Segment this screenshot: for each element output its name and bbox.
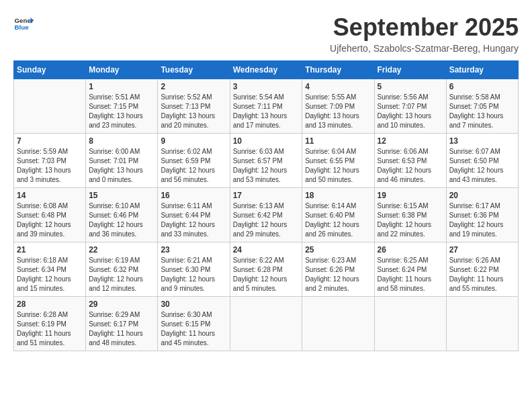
day-number: 18	[305, 191, 371, 200]
day-number: 26	[378, 245, 443, 255]
day-info: Sunrise: 5:51 AM Sunset: 7:15 PM Dayligh…	[89, 93, 154, 130]
day-info: Sunrise: 6:14 AM Sunset: 6:40 PM Dayligh…	[305, 201, 371, 239]
day-number: 3	[233, 82, 300, 91]
col-header-monday: Monday	[86, 61, 158, 79]
day-cell: 10Sunrise: 6:03 AM Sunset: 6:57 PM Dayli…	[230, 134, 302, 188]
day-cell: 1Sunrise: 5:51 AM Sunset: 7:15 PM Daylig…	[86, 79, 158, 134]
day-number: 1	[89, 82, 154, 91]
day-info: Sunrise: 5:59 AM Sunset: 7:03 PM Dayligh…	[17, 147, 83, 185]
day-info: Sunrise: 6:26 AM Sunset: 6:22 PM Dayligh…	[449, 256, 515, 293]
day-number: 27	[449, 245, 515, 255]
day-cell: 24Sunrise: 6:22 AM Sunset: 6:28 PM Dayli…	[230, 242, 302, 297]
day-cell	[446, 297, 518, 351]
week-row-5: 28Sunrise: 6:28 AM Sunset: 6:19 PM Dayli…	[14, 297, 519, 351]
day-number: 25	[305, 245, 371, 255]
day-cell: 5Sunrise: 5:56 AM Sunset: 7:07 PM Daylig…	[374, 79, 446, 134]
col-header-thursday: Thursday	[302, 61, 374, 79]
day-info: Sunrise: 6:17 AM Sunset: 6:36 PM Dayligh…	[449, 201, 515, 239]
day-info: Sunrise: 6:08 AM Sunset: 6:48 PM Dayligh…	[17, 201, 83, 239]
day-info: Sunrise: 6:00 AM Sunset: 7:01 PM Dayligh…	[89, 147, 154, 185]
logo: General Blue	[13, 13, 34, 34]
day-info: Sunrise: 5:55 AM Sunset: 7:09 PM Dayligh…	[305, 93, 371, 130]
location-title: Ujfeherto, Szabolcs-Szatmar-Bereg, Hunga…	[330, 43, 519, 54]
logo-icon: General Blue	[13, 13, 34, 34]
day-cell: 7Sunrise: 5:59 AM Sunset: 7:03 PM Daylig…	[14, 134, 86, 188]
col-header-sunday: Sunday	[14, 61, 86, 79]
day-cell: 19Sunrise: 6:15 AM Sunset: 6:38 PM Dayli…	[374, 188, 446, 242]
day-info: Sunrise: 6:22 AM Sunset: 6:28 PM Dayligh…	[233, 256, 300, 293]
day-info: Sunrise: 6:30 AM Sunset: 6:15 PM Dayligh…	[161, 310, 226, 348]
day-number: 2	[161, 82, 226, 91]
day-info: Sunrise: 5:58 AM Sunset: 7:05 PM Dayligh…	[449, 93, 515, 130]
month-title: September 2025	[330, 13, 519, 42]
day-cell: 28Sunrise: 6:28 AM Sunset: 6:19 PM Dayli…	[14, 297, 86, 351]
day-number: 28	[17, 300, 83, 309]
day-number: 16	[161, 191, 226, 200]
day-cell	[374, 297, 446, 351]
day-info: Sunrise: 6:25 AM Sunset: 6:24 PM Dayligh…	[378, 256, 443, 293]
day-number: 29	[89, 300, 154, 309]
day-number: 8	[89, 136, 154, 146]
day-number: 21	[17, 245, 83, 255]
day-info: Sunrise: 6:13 AM Sunset: 6:42 PM Dayligh…	[233, 201, 300, 239]
day-info: Sunrise: 6:29 AM Sunset: 6:17 PM Dayligh…	[89, 310, 154, 348]
day-info: Sunrise: 6:11 AM Sunset: 6:44 PM Dayligh…	[161, 201, 226, 239]
day-number: 23	[161, 245, 226, 255]
calendar-table: SundayMondayTuesdayWednesdayThursdayFrid…	[13, 60, 519, 351]
svg-text:Blue: Blue	[15, 24, 30, 31]
col-header-friday: Friday	[374, 61, 446, 79]
day-cell: 11Sunrise: 6:04 AM Sunset: 6:55 PM Dayli…	[302, 134, 374, 188]
day-info: Sunrise: 6:10 AM Sunset: 6:46 PM Dayligh…	[89, 201, 154, 239]
day-info: Sunrise: 5:56 AM Sunset: 7:07 PM Dayligh…	[378, 93, 443, 130]
col-header-wednesday: Wednesday	[230, 61, 302, 79]
col-header-tuesday: Tuesday	[158, 61, 230, 79]
day-info: Sunrise: 6:06 AM Sunset: 6:53 PM Dayligh…	[378, 147, 443, 185]
day-info: Sunrise: 6:04 AM Sunset: 6:55 PM Dayligh…	[305, 147, 371, 185]
day-info: Sunrise: 6:28 AM Sunset: 6:19 PM Dayligh…	[17, 310, 83, 348]
day-cell: 27Sunrise: 6:26 AM Sunset: 6:22 PM Dayli…	[446, 242, 518, 297]
day-number: 19	[378, 191, 443, 200]
day-cell: 2Sunrise: 5:52 AM Sunset: 7:13 PM Daylig…	[158, 79, 230, 134]
day-number: 11	[305, 136, 371, 146]
week-row-4: 21Sunrise: 6:18 AM Sunset: 6:34 PM Dayli…	[14, 242, 519, 297]
day-number: 12	[378, 136, 443, 146]
day-cell: 13Sunrise: 6:07 AM Sunset: 6:50 PM Dayli…	[446, 134, 518, 188]
day-info: Sunrise: 6:15 AM Sunset: 6:38 PM Dayligh…	[378, 201, 443, 239]
day-cell	[14, 79, 86, 134]
day-number: 5	[378, 82, 443, 91]
day-info: Sunrise: 6:23 AM Sunset: 6:26 PM Dayligh…	[305, 256, 371, 293]
day-number: 13	[449, 136, 515, 146]
day-number: 22	[89, 245, 154, 255]
day-cell: 4Sunrise: 5:55 AM Sunset: 7:09 PM Daylig…	[302, 79, 374, 134]
day-cell: 12Sunrise: 6:06 AM Sunset: 6:53 PM Dayli…	[374, 134, 446, 188]
day-info: Sunrise: 5:52 AM Sunset: 7:13 PM Dayligh…	[161, 93, 226, 130]
day-cell: 23Sunrise: 6:21 AM Sunset: 6:30 PM Dayli…	[158, 242, 230, 297]
day-number: 30	[161, 300, 226, 309]
col-header-saturday: Saturday	[446, 61, 518, 79]
day-number: 14	[17, 191, 83, 200]
day-info: Sunrise: 6:07 AM Sunset: 6:50 PM Dayligh…	[449, 147, 515, 185]
header-row: SundayMondayTuesdayWednesdayThursdayFrid…	[14, 61, 519, 79]
day-cell: 20Sunrise: 6:17 AM Sunset: 6:36 PM Dayli…	[446, 188, 518, 242]
day-cell	[302, 297, 374, 351]
week-row-1: 1Sunrise: 5:51 AM Sunset: 7:15 PM Daylig…	[14, 79, 519, 134]
day-number: 20	[449, 191, 515, 200]
day-cell: 18Sunrise: 6:14 AM Sunset: 6:40 PM Dayli…	[302, 188, 374, 242]
day-cell: 17Sunrise: 6:13 AM Sunset: 6:42 PM Dayli…	[230, 188, 302, 242]
day-cell: 25Sunrise: 6:23 AM Sunset: 6:26 PM Dayli…	[302, 242, 374, 297]
day-info: Sunrise: 6:02 AM Sunset: 6:59 PM Dayligh…	[161, 147, 226, 185]
day-cell: 8Sunrise: 6:00 AM Sunset: 7:01 PM Daylig…	[86, 134, 158, 188]
day-info: Sunrise: 6:19 AM Sunset: 6:32 PM Dayligh…	[89, 256, 154, 293]
day-cell: 22Sunrise: 6:19 AM Sunset: 6:32 PM Dayli…	[86, 242, 158, 297]
day-number: 6	[449, 82, 515, 91]
day-number: 9	[161, 136, 226, 146]
week-row-3: 14Sunrise: 6:08 AM Sunset: 6:48 PM Dayli…	[14, 188, 519, 242]
day-info: Sunrise: 6:03 AM Sunset: 6:57 PM Dayligh…	[233, 147, 300, 185]
day-info: Sunrise: 6:21 AM Sunset: 6:30 PM Dayligh…	[161, 256, 226, 293]
title-area: September 2025 Ujfeherto, Szabolcs-Szatm…	[330, 13, 519, 54]
day-cell	[230, 297, 302, 351]
day-cell: 9Sunrise: 6:02 AM Sunset: 6:59 PM Daylig…	[158, 134, 230, 188]
day-cell: 16Sunrise: 6:11 AM Sunset: 6:44 PM Dayli…	[158, 188, 230, 242]
day-info: Sunrise: 6:18 AM Sunset: 6:34 PM Dayligh…	[17, 256, 83, 293]
day-cell: 30Sunrise: 6:30 AM Sunset: 6:15 PM Dayli…	[158, 297, 230, 351]
